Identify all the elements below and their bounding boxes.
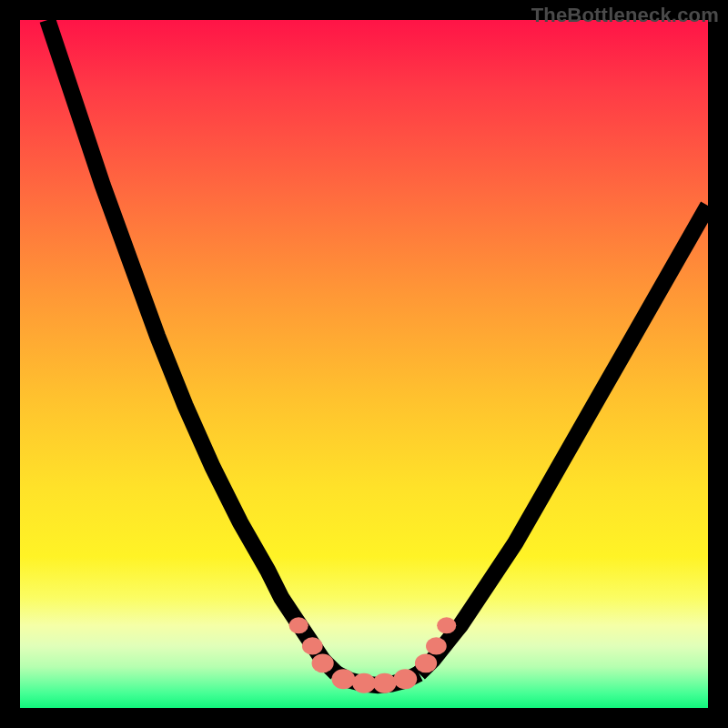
valley-marker (352, 673, 376, 693)
valley-marker (394, 669, 418, 689)
chart-svg (20, 20, 708, 708)
valley-marker (373, 673, 397, 693)
valley-marker (312, 654, 334, 673)
valley-marker (289, 617, 308, 633)
watermark-text: TheBottleneck.com (531, 4, 719, 27)
curve-right-branch (419, 206, 708, 673)
valley-marker (331, 669, 355, 689)
valley-marker (302, 637, 323, 654)
chart-frame: TheBottleneck.com (0, 0, 728, 728)
valley-marker (437, 617, 456, 633)
curve-left-branch (47, 20, 337, 673)
chart-plot-area (20, 20, 708, 708)
valley-marker (415, 654, 437, 673)
valley-marker (426, 637, 447, 654)
